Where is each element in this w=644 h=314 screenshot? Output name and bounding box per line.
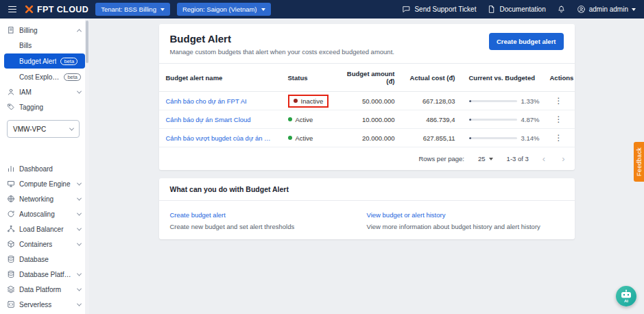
bell-icon[interactable] <box>557 5 566 14</box>
sidebar-item-label: Compute Engine <box>19 180 71 188</box>
documentation-link[interactable]: Documentation <box>487 5 545 14</box>
create-budget-alert-link[interactable]: Create budget alert <box>170 211 226 219</box>
sidebar-item-containers[interactable]: Containers <box>0 237 89 252</box>
table-row: Cảnh báo vượt bugdet của dự án FCI Activ… <box>159 129 575 147</box>
progress-fill <box>469 137 471 139</box>
sidebar-item-iam[interactable]: IAM <box>0 84 89 99</box>
budget-alert-name-link[interactable]: Cảnh báo dự án Smart Cloud <box>166 116 274 123</box>
sidebar-item-bills[interactable]: Bills <box>0 38 89 53</box>
sidebar-item-compute-engine[interactable]: Compute Engine <box>0 176 89 191</box>
sidebar-item-label: Billing <box>19 27 38 34</box>
sidebar-item-data-platform[interactable]: Data Platform <box>0 282 89 297</box>
progress-percent: 1.33% <box>521 97 540 105</box>
feedback-tab[interactable]: Feedback <box>634 142 644 182</box>
budget-amount: 20.000.000 <box>339 129 402 147</box>
sidebar-item-label: Tagging <box>19 104 43 111</box>
chevron-down-icon <box>77 226 82 230</box>
column-header-budget: Budget amount (đ) <box>339 64 402 92</box>
page-title: Budget Alert <box>170 33 394 45</box>
sidebar-item-billing[interactable]: Billing <box>0 23 89 38</box>
sidebar-item-label: Serverless <box>19 301 51 309</box>
chevron-down-icon <box>69 125 74 130</box>
progress-track <box>469 137 517 139</box>
column-header-actions: Actions <box>543 64 575 92</box>
card-header: Budget Alert Manage custom budgets that … <box>159 24 575 63</box>
budget-alert-name-link[interactable]: Cảnh báo vượt bugdet của dự án FCI <box>166 134 274 142</box>
create-budget-alert-button[interactable]: Create budget alert <box>489 33 564 50</box>
sidebar-item-autoscaling[interactable]: Autoscaling <box>0 206 89 221</box>
progress-track <box>469 119 517 121</box>
sidebar-item-label: Autoscaling <box>19 210 55 218</box>
progress-bar: 1.33% <box>469 97 536 105</box>
budget-amount: 10.000.000 <box>339 110 402 129</box>
database-platform-icon <box>7 270 15 278</box>
help-description: View more information about budget histo… <box>367 223 564 230</box>
dashboard-icon <box>7 165 15 173</box>
sidebar-item-dashboard[interactable]: Dashboard <box>0 161 89 176</box>
help-description: Create new budget and set alert threshol… <box>170 223 367 230</box>
region-selector[interactable]: Region: Saigon (Vietnam) <box>177 3 271 16</box>
sidebar-item-label: Database Platform <box>19 271 73 278</box>
column-header-progress: Current vs. Budgeted <box>462 64 543 92</box>
documentation-icon <box>487 5 496 14</box>
sidebar-item-networking[interactable]: Networking <box>0 191 89 206</box>
fpt-cloud-logo[interactable]: FPT CLOUD <box>25 5 88 14</box>
rows-per-page-select[interactable]: 25 <box>478 155 493 162</box>
sidebar-item-label: Bills <box>19 42 32 49</box>
sidebar-item-cost-explorer[interactable]: Cost Explorer beta <box>0 69 89 84</box>
sidebar: Billing Bills Budget Alert beta Cost Exp… <box>0 19 89 314</box>
compute-engine-icon <box>7 180 15 188</box>
status-text: Inactive <box>301 97 324 105</box>
caret-down-icon <box>261 8 265 11</box>
sidebar-item-tagging[interactable]: Tagging <box>0 99 89 114</box>
user-name: admin admin <box>589 5 628 13</box>
budget-alert-name-link[interactable]: Cảnh báo cho dự án FPT AI <box>166 97 274 105</box>
budget-amount: 50.000.000 <box>339 92 402 110</box>
sidebar-scrollbar[interactable] <box>85 19 89 314</box>
chevron-down-icon <box>77 271 82 276</box>
column-header-name: Budget alert name <box>159 64 281 92</box>
chevron-down-icon <box>77 180 82 185</box>
hamburger-menu-icon[interactable] <box>7 5 18 14</box>
status-badge: Active <box>288 116 313 123</box>
help-item: View budget or alert history View more i… <box>367 208 564 230</box>
sidebar-item-label: Database <box>19 256 49 263</box>
rows-per-page-value: 25 <box>478 155 486 162</box>
chevron-down-icon <box>77 88 82 93</box>
view-budget-history-link[interactable]: View budget or alert history <box>367 211 446 219</box>
sidebar-item-database-platform[interactable]: Database Platform <box>0 267 89 282</box>
sidebar-item-budget-alert[interactable]: Budget Alert beta <box>4 53 85 69</box>
progress-track <box>469 100 517 102</box>
caret-down-icon <box>160 8 165 11</box>
caret-down-icon <box>489 158 493 160</box>
sidebar-item-serverless[interactable]: Serverless <box>0 297 89 312</box>
networking-icon <box>7 195 15 203</box>
actual-cost: 486.739,4 <box>402 110 462 129</box>
status-dot <box>288 136 292 140</box>
previous-page-button[interactable]: ‹ <box>542 154 545 164</box>
ai-assistant-button[interactable]: AI <box>616 286 636 306</box>
vpc-select[interactable]: VMW-VPC <box>7 120 80 138</box>
kebab-menu-icon[interactable]: ⋮ <box>552 97 566 105</box>
status-dot <box>294 99 298 103</box>
progress-fill <box>469 100 471 102</box>
tenant-selector[interactable]: Tenant: BSS Billing <box>95 3 170 16</box>
sidebar-item-label: IAM <box>19 88 32 96</box>
containers-icon <box>7 240 15 248</box>
sidebar-item-database[interactable]: Database <box>0 252 89 267</box>
status-text: Active <box>296 134 313 142</box>
kebab-menu-icon[interactable]: ⋮ <box>552 115 566 123</box>
sidebar-item-label: Cost Explorer <box>19 73 60 81</box>
sidebar-item-load-balancer[interactable]: Load Balancer <box>0 221 89 237</box>
status-badge: Active <box>288 134 313 142</box>
chevron-down-icon <box>77 301 82 306</box>
ai-label: AI <box>624 299 628 303</box>
next-page-button[interactable]: › <box>562 154 564 164</box>
autoscaling-icon <box>7 210 15 218</box>
send-support-ticket-link[interactable]: Send Support Ticket <box>402 5 476 14</box>
user-menu[interactable]: admin admin <box>577 5 636 14</box>
kebab-menu-icon[interactable]: ⋮ <box>552 134 566 142</box>
beta-badge: beta <box>64 73 81 81</box>
scrollbar-thumb[interactable] <box>86 21 88 63</box>
budget-alert-card: Budget Alert Manage custom budgets that … <box>159 24 575 170</box>
